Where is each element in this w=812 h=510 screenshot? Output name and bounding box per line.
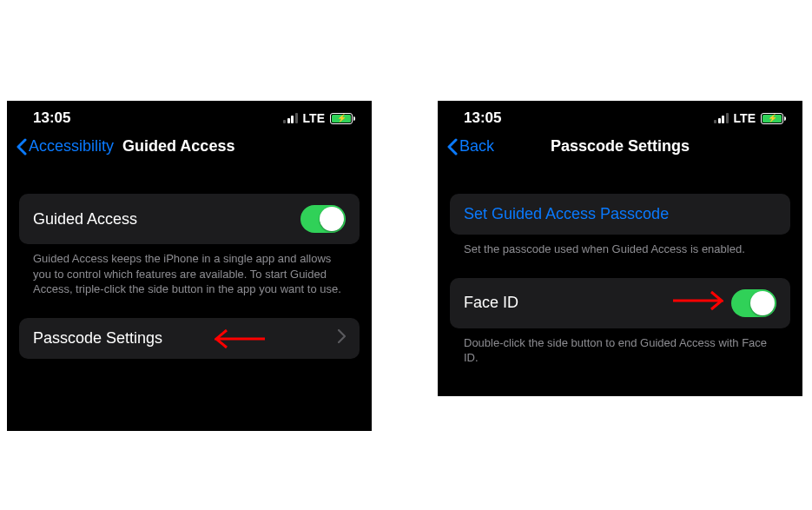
nav-bar: Accessibility Guided Access (7, 132, 372, 168)
signal-icon (714, 113, 729, 123)
status-bar: 13:05 LTE ⚡ (438, 101, 802, 132)
chevron-left-icon (16, 138, 27, 156)
row-label: Set Guided Access Passcode (464, 205, 669, 223)
set-guided-access-passcode-row[interactable]: Set Guided Access Passcode (450, 194, 790, 235)
face-id-toggle-row[interactable]: Face ID (450, 278, 790, 328)
content-area: Set Guided Access Passcode Set the passc… (438, 168, 802, 380)
face-id-group: Face ID Double-click the side button to … (450, 278, 790, 380)
face-id-toggle[interactable] (731, 289, 776, 317)
network-label: LTE (734, 111, 756, 125)
content-area: Guided Access Guided Access keeps the iP… (7, 168, 372, 359)
status-indicators: LTE ⚡ (714, 111, 783, 125)
back-label: Accessibility (29, 137, 114, 156)
row-label: Passcode Settings (33, 329, 162, 348)
set-passcode-footer: Set the passcode used when Guided Access… (450, 235, 790, 271)
row-label: Face ID (464, 294, 518, 312)
guided-access-toggle[interactable] (300, 205, 346, 233)
face-id-footer: Double-click the side button to end Guid… (450, 328, 790, 380)
chevron-right-icon (338, 329, 346, 348)
status-time: 13:05 (33, 109, 70, 127)
passcode-settings-row[interactable]: Passcode Settings (19, 318, 360, 359)
annotation-arrow-icon (671, 288, 723, 313)
guided-access-toggle-group: Guided Access Guided Access keeps the iP… (19, 194, 360, 311)
back-button[interactable]: Accessibility (16, 137, 114, 156)
back-label: Back (459, 137, 494, 156)
page-title: Guided Access (122, 137, 234, 156)
chevron-left-icon (446, 138, 458, 156)
set-passcode-group: Set Guided Access Passcode Set the passc… (450, 194, 790, 271)
phone-screen-passcode-settings: 13:05 LTE ⚡ Back Passcode Settings Set G… (438, 101, 802, 396)
battery-charging-icon: ⚡ (761, 113, 783, 124)
passcode-settings-group: Passcode Settings (19, 318, 360, 359)
annotation-arrow-icon (215, 327, 267, 351)
nav-bar: Back Passcode Settings (438, 132, 802, 168)
row-label: Guided Access (33, 210, 137, 229)
status-bar: 13:05 LTE ⚡ (7, 101, 372, 132)
status-indicators: LTE ⚡ (283, 111, 353, 125)
guided-access-toggle-row[interactable]: Guided Access (19, 194, 360, 244)
signal-icon (283, 113, 298, 123)
status-time: 13:05 (464, 109, 501, 127)
battery-charging-icon: ⚡ (330, 113, 353, 124)
back-button[interactable]: Back (446, 137, 494, 156)
guided-access-description: Guided Access keeps the iPhone in a sing… (19, 244, 360, 311)
network-label: LTE (303, 111, 325, 125)
phone-screen-guided-access: 13:05 LTE ⚡ Accessibility Guided Access … (7, 101, 372, 431)
